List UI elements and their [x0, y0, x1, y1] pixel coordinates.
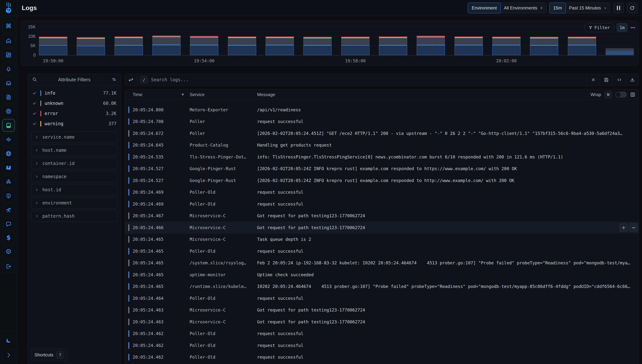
log-row[interactable]: 20:05:24.465Microservice-CTask queue dep… [125, 234, 639, 246]
severity-filter-warning[interactable]: warning377 [28, 118, 121, 129]
severity-filter-info[interactable]: info77.1K [28, 88, 121, 98]
sidebar-item-security[interactable] [2, 190, 15, 202]
sidebar-item-home[interactable] [2, 34, 15, 47]
log-row[interactable]: 20:05:24.800Metoro-Exporter/api/v1/readi… [125, 104, 639, 116]
log-row[interactable]: 20:05:24.465/runtime.slice/kubele…I0202 … [125, 281, 639, 292]
log-row[interactable]: 20:05:24.462Poller-Oldrequest successful [125, 352, 639, 363]
attribute-group-service.name[interactable]: service.name [31, 131, 118, 143]
attribute-group-pattern.hash[interactable]: pattern.hash [31, 210, 118, 222]
download-button[interactable] [626, 74, 639, 86]
column-header-message[interactable]: Message [257, 92, 590, 97]
log-row[interactable]: 20:05:24.467Microservice-CGot request fo… [125, 210, 639, 222]
exclude-filter-button[interactable]: − [629, 223, 638, 232]
checkmark-icon[interactable] [32, 122, 37, 126]
sidebar-item-alerts[interactable] [2, 63, 15, 75]
log-row[interactable]: 20:05:24.466Microservice-CGot request fo… [125, 222, 639, 234]
log-row[interactable]: 20:05:24.465/system.slice/rsyslog…Feb 2 … [125, 257, 639, 269]
chart-bar[interactable] [530, 37, 558, 55]
log-row[interactable]: 20:05:24.463Microservice-CGot request fo… [125, 316, 639, 328]
sort-icon[interactable] [112, 77, 116, 82]
time-range-chip[interactable]: 15m [549, 2, 566, 13]
log-row[interactable]: 20:05:24.465Poller-Oldrequest successful [125, 245, 639, 257]
log-row[interactable]: 20:05:24.645Product-CatalogHandling get … [125, 139, 639, 151]
chart-bar[interactable] [417, 36, 445, 55]
sidebar-item-settings[interactable]: ⚙ [2, 246, 15, 258]
sidebar-item-map[interactable] [2, 162, 15, 174]
log-row[interactable]: 20:05:24.469Poller-Oldrequest successful [125, 198, 639, 210]
checkmark-icon[interactable] [32, 91, 37, 95]
shortcuts-button[interactable]: Shortcuts ? [31, 349, 67, 361]
sidebar-item-metrics[interactable] [2, 133, 15, 146]
save-query-button[interactable] [600, 74, 613, 86]
search-input[interactable]: Search logs... [151, 77, 587, 82]
log-row[interactable]: 20:05:24.708Pollerrequest successful [125, 116, 639, 128]
sidebar-item-costs[interactable]: $ [2, 232, 15, 244]
checkmark-icon[interactable] [32, 101, 37, 106]
severity-filter-unknown[interactable]: unknown60.0K [28, 98, 121, 108]
sidebar-item-globe[interactable] [2, 147, 15, 160]
attribute-group-host.id[interactable]: host.id [31, 184, 118, 196]
chart-bars [39, 27, 634, 55]
moon-icon [6, 338, 12, 344]
sidebar-item-radar[interactable] [2, 105, 15, 118]
log-row[interactable]: 20:05:24.462Poller-Oldrequest successful [125, 328, 639, 340]
severity-filter-error[interactable]: error3.2K [28, 108, 121, 118]
sidebar-item-telescope[interactable] [2, 204, 15, 216]
log-time: 20:05:24.708 [133, 119, 190, 124]
log-row[interactable]: 20:05:24.535Tls-Stress-Pinger-Dot…info: … [125, 151, 639, 163]
log-row[interactable] [125, 363, 639, 364]
log-row[interactable]: 20:05:24.462Poller-Oldrequest successful [125, 340, 639, 352]
column-header-time[interactable]: Time ▼ [133, 92, 190, 97]
search-actions [587, 74, 639, 86]
attribute-group-host.name[interactable]: host.name [31, 144, 118, 156]
search-icon[interactable] [32, 77, 37, 82]
sidebar-item-log-search[interactable] [2, 91, 15, 104]
attribute-group-container.id[interactable]: container.id [31, 158, 118, 169]
live-tail-icon[interactable] [125, 74, 137, 86]
chart-bar[interactable] [606, 48, 634, 55]
log-row[interactable]: 20:05:24.527Google-Pinger-Rust[2026-02-0… [125, 163, 639, 175]
sidebar-item-logout[interactable] [2, 260, 15, 273]
column-header-service[interactable]: Service [190, 92, 257, 97]
environment-chip[interactable]: Environment [468, 2, 501, 13]
chart-bar[interactable] [568, 37, 596, 55]
chart-menu-button[interactable] [630, 25, 636, 30]
chart-bar[interactable] [303, 37, 332, 55]
filter-button[interactable]: Filter [584, 23, 614, 32]
bar-segment-unknown [303, 38, 332, 45]
chart-bar[interactable] [77, 37, 105, 55]
chart-bar[interactable] [152, 36, 180, 55]
sidebar-item-command[interactable]: ⌘ [2, 20, 15, 33]
sidebar-item-inbox[interactable] [2, 77, 15, 90]
checkmark-icon[interactable] [32, 111, 37, 116]
sidebar-item-blocks[interactable] [2, 176, 15, 188]
attribute-group-environment[interactable]: environment [31, 197, 118, 209]
include-filter-button[interactable]: + [619, 223, 628, 232]
attribute-group-namespace[interactable]: namespace [31, 171, 118, 182]
sidebar-item-chat[interactable] [2, 218, 15, 230]
clear-search-button[interactable] [587, 74, 600, 86]
time-range-select[interactable]: 15m Past 15 Minutes [549, 2, 610, 13]
sidebar-item-logs[interactable] [2, 119, 15, 132]
log-row[interactable]: 20:05:24.527Google-Pinger-Rust[2026-02-0… [125, 174, 639, 186]
chart-bar[interactable] [341, 37, 369, 55]
wrap-toggle[interactable] [615, 92, 627, 98]
sidebar-item-dashboards[interactable] [2, 48, 15, 61]
query-syntax-button[interactable] [613, 74, 626, 86]
granularity-chip[interactable]: 1m [617, 23, 627, 32]
chart-bar[interactable] [39, 37, 67, 55]
sidebar-item-expand[interactable] [2, 349, 15, 362]
app-logo[interactable] [0, 0, 17, 16]
pause-button[interactable] [613, 2, 624, 13]
columns-button[interactable] [630, 92, 635, 97]
log-row[interactable]: 20:05:24.465uptime-monitorUptime check s… [125, 269, 639, 281]
refresh-button[interactable] [627, 2, 637, 13]
environment-select[interactable]: Environment All Environments [468, 2, 546, 13]
chart-bar[interactable] [492, 37, 521, 55]
log-message: Got request for path testing123-17700627… [257, 225, 639, 230]
log-row[interactable]: 20:05:24.463Microservice-CGot request fo… [125, 304, 639, 316]
sidebar-item-dark-mode[interactable] [2, 334, 15, 347]
log-row[interactable]: 20:05:24.672Poller[2026-02-02T20:05:24.4… [125, 128, 639, 139]
log-row[interactable]: 20:05:24.469Poller-Oldrequest successful [125, 186, 639, 198]
log-row[interactable]: 20:05:24.464Poller-Oldrequest successful [125, 292, 639, 304]
